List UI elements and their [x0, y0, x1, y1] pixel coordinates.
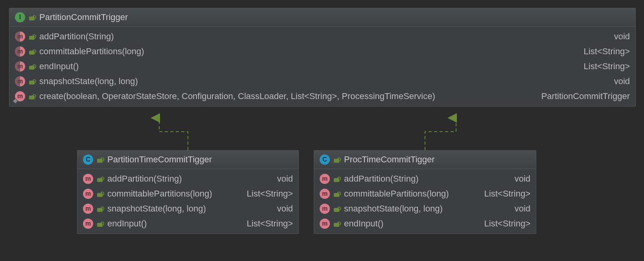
method-row[interactable]: m committablePartitions(long) List<Strin…	[77, 186, 298, 201]
unlock-icon	[29, 33, 35, 40]
uml-member-list: m addPartition(String) void m committabl…	[9, 27, 635, 106]
uml-class-box[interactable]: C ProcTimeCommitTigger m addPartition(St…	[314, 150, 536, 234]
method-icon: m	[320, 219, 330, 229]
method-icon: m	[15, 46, 25, 57]
unlock-icon	[29, 93, 35, 99]
implements-arrow	[425, 118, 456, 150]
method-return-type: List<String>	[477, 219, 530, 229]
method-icon: m	[15, 76, 25, 86]
method-return-type: List<String>	[576, 61, 630, 72]
method-signature: committablePartitions(long)	[107, 189, 239, 199]
method-return-type: void	[507, 174, 530, 184]
method-icon: m	[15, 91, 25, 101]
implements-arrow	[159, 118, 188, 150]
method-signature: snapshotState(long, long)	[344, 204, 507, 214]
method-return-type: void	[606, 31, 630, 42]
class-name: PartitionTimeCommitTigger	[107, 154, 212, 165]
unlock-icon	[334, 176, 339, 182]
unlock-icon	[97, 176, 103, 182]
unlock-icon	[29, 14, 35, 20]
method-row[interactable]: m snapshotState(long, long) void	[314, 201, 536, 216]
uml-member-list: m addPartition(String) void m committabl…	[314, 169, 536, 233]
method-row[interactable]: m create(boolean, OperatorStateStore, Co…	[9, 89, 635, 104]
class-name: ProcTimeCommitTigger	[344, 154, 435, 165]
method-signature: addPartition(String)	[107, 174, 269, 184]
method-signature: committablePartitions(long)	[39, 46, 576, 57]
class-icon: C	[320, 154, 330, 165]
static-badge-icon	[13, 98, 18, 104]
method-signature: snapshotState(long, long)	[107, 204, 269, 214]
method-signature: endInput()	[39, 61, 576, 72]
method-return-type: void	[269, 204, 293, 214]
method-return-type: PartitionCommitTrigger	[534, 91, 630, 101]
unlock-icon	[334, 156, 339, 163]
class-icon: C	[83, 154, 93, 165]
method-row[interactable]: m addPartition(String) void	[9, 29, 635, 44]
method-row[interactable]: m snapshotState(long, long) void	[77, 201, 298, 216]
method-signature: create(boolean, OperatorStateStore, Conf…	[39, 91, 534, 101]
method-return-type: void	[507, 204, 530, 214]
method-signature: addPartition(String)	[39, 31, 606, 42]
method-icon: m	[83, 204, 93, 214]
class-name: PartitionCommitTrigger	[39, 12, 128, 22]
method-icon: m	[320, 204, 330, 214]
unlock-icon	[334, 206, 339, 212]
method-return-type: void	[269, 174, 293, 184]
uml-interface-box[interactable]: I PartitionCommitTrigger m addPartition(…	[9, 8, 636, 107]
unlock-icon	[97, 221, 103, 227]
method-row[interactable]: m committablePartitions(long) List<Strin…	[9, 44, 635, 59]
method-return-type: List<String>	[239, 189, 293, 199]
method-icon: m	[83, 219, 93, 229]
method-icon: m	[15, 61, 25, 72]
unlock-icon	[29, 48, 35, 55]
method-return-type: List<String>	[576, 46, 630, 57]
method-return-type: List<String>	[477, 189, 530, 199]
method-icon: m	[320, 189, 330, 199]
method-row[interactable]: m endInput() List<String>	[9, 59, 635, 74]
method-signature: snapshotState(long, long)	[39, 76, 606, 86]
uml-member-list: m addPartition(String) void m committabl…	[77, 169, 298, 233]
unlock-icon	[97, 156, 103, 163]
method-return-type: void	[606, 76, 630, 86]
unlock-icon	[334, 191, 339, 197]
method-signature: endInput()	[344, 219, 477, 229]
method-row[interactable]: m committablePartitions(long) List<Strin…	[314, 186, 536, 201]
method-icon: m	[83, 174, 93, 184]
method-row[interactable]: m snapshotState(long, long) void	[9, 74, 635, 89]
uml-box-header: I PartitionCommitTrigger	[9, 8, 635, 27]
method-icon: m	[15, 31, 25, 42]
unlock-icon	[97, 206, 103, 212]
uml-class-box[interactable]: C PartitionTimeCommitTigger m addPartiti…	[77, 150, 299, 234]
method-signature: endInput()	[107, 219, 239, 229]
unlock-icon	[29, 63, 35, 70]
interface-icon: I	[15, 12, 25, 22]
method-row[interactable]: m endInput() List<String>	[314, 216, 536, 231]
method-signature: committablePartitions(long)	[344, 189, 477, 199]
unlock-icon	[334, 221, 339, 227]
uml-box-header: C ProcTimeCommitTigger	[314, 151, 536, 169]
method-row[interactable]: m endInput() List<String>	[77, 216, 298, 231]
method-row[interactable]: m addPartition(String) void	[77, 171, 298, 186]
method-icon: m	[83, 189, 93, 199]
method-return-type: List<String>	[239, 219, 293, 229]
method-icon: m	[320, 174, 330, 184]
unlock-icon	[29, 78, 35, 85]
method-row[interactable]: m addPartition(String) void	[314, 171, 536, 186]
uml-box-header: C PartitionTimeCommitTigger	[77, 151, 298, 169]
method-signature: addPartition(String)	[344, 174, 507, 184]
unlock-icon	[97, 191, 103, 197]
